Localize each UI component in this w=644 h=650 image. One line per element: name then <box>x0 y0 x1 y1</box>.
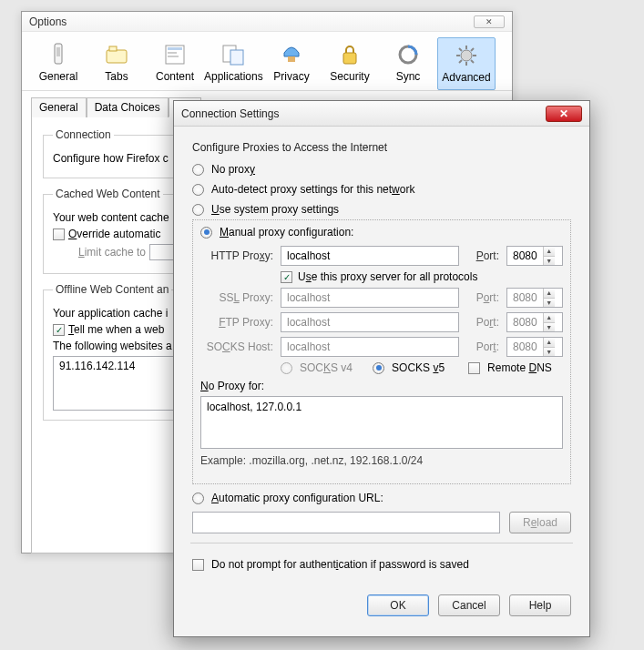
remote-dns-label: Remote DNS <box>487 361 552 374</box>
general-icon <box>29 41 87 68</box>
svg-rect-11 <box>343 53 356 64</box>
use-all-protocols-label: Use this proxy server for all protocols <box>298 270 477 283</box>
http-proxy-input[interactable]: localhost <box>281 246 459 266</box>
radio-socks5[interactable] <box>373 362 384 374</box>
svg-rect-1 <box>56 47 60 56</box>
spin-down-icon[interactable]: ▼ <box>544 257 555 266</box>
privacy-icon <box>262 41 321 68</box>
manual-proxy-block: Manual proxy configuration: HTTP Proxy: … <box>192 219 571 484</box>
svg-line-19 <box>471 60 474 63</box>
ftp-proxy-input: localhost <box>281 312 459 332</box>
content-icon <box>146 41 204 68</box>
auto-url-input[interactable] <box>192 512 500 533</box>
radio-use-system[interactable] <box>192 204 204 216</box>
svg-line-18 <box>459 48 462 51</box>
socks-host-input: localhost <box>281 337 459 357</box>
toolbar-content[interactable]: Content <box>146 37 204 90</box>
connection-settings-dialog: Connection Settings ✕ Configure Proxies … <box>173 100 590 637</box>
applications-icon <box>204 41 262 68</box>
svg-line-20 <box>459 60 462 63</box>
socks4-label: SOCKS v4 <box>300 361 353 374</box>
security-icon <box>321 41 379 68</box>
tell-me-checkbox[interactable] <box>53 324 65 336</box>
noproxy-input[interactable]: localhost, 127.0.0.1 <box>200 396 563 449</box>
options-title: Options <box>29 15 66 28</box>
options-toolbar: General Tabs Content Applications Privac… <box>22 32 512 91</box>
radio-no-proxy-label: No proxy <box>211 163 255 176</box>
offline-site-item[interactable]: 91.116.142.114 <box>59 360 135 372</box>
socks-host-label: SOCKS Host: <box>200 340 273 353</box>
use-all-protocols-checkbox[interactable] <box>281 271 292 283</box>
override-cache-label: OOverride automaticverride automatic <box>68 228 160 240</box>
toolbar-general[interactable]: General <box>29 37 87 90</box>
radio-auto-detect-label: Auto-detect proxy settings for this netw… <box>211 183 414 196</box>
noproxy-for-label: No Proxy for: <box>200 380 563 392</box>
dialog-buttons: OK Cancel Help <box>174 582 589 629</box>
cached-legend: Cached Web Content <box>53 188 163 200</box>
spin-up-icon[interactable]: ▲ <box>544 247 555 257</box>
radio-no-proxy[interactable] <box>192 164 204 176</box>
svg-rect-10 <box>288 56 295 62</box>
ssl-proxy-label: SSL Proxy: <box>200 291 273 304</box>
svg-line-21 <box>471 48 474 51</box>
toolbar-applications[interactable]: Applications <box>204 37 262 90</box>
toolbar-advanced[interactable]: Advanced <box>437 37 496 90</box>
toolbar-tabs[interactable]: Tabs <box>87 37 146 90</box>
toolbar-sync[interactable]: Sync <box>379 37 437 90</box>
radio-socks4 <box>281 362 292 374</box>
offline-legend: Offline Web Content an <box>53 283 171 296</box>
http-port-label: Port: <box>466 249 499 262</box>
tabs-icon <box>87 41 146 68</box>
ssl-port-label: Port: <box>466 291 499 304</box>
svg-rect-5 <box>168 47 182 50</box>
no-prompt-auth-checkbox[interactable] <box>192 559 204 571</box>
radio-manual[interactable] <box>200 227 212 239</box>
options-close-button[interactable]: ✕ <box>474 15 505 28</box>
sync-icon <box>379 41 437 68</box>
remote-dns-checkbox[interactable] <box>468 362 480 374</box>
svg-rect-9 <box>230 50 243 65</box>
toolbar-security[interactable]: Security <box>321 37 379 90</box>
ftp-port-input: 8080 ▲▼ <box>506 312 563 332</box>
subtab-data-choices[interactable]: Data Choices <box>87 97 169 117</box>
conn-title: Connection Settings <box>181 107 279 120</box>
conn-content: Configure Proxies to Access the Internet… <box>174 127 589 582</box>
svg-rect-7 <box>168 56 179 57</box>
advanced-icon <box>438 42 495 69</box>
no-prompt-auth-label: Do not prompt for authentication if pass… <box>211 558 469 571</box>
radio-auto-detect[interactable] <box>192 184 204 196</box>
radio-use-system-label: Use system proxy settings <box>211 203 339 216</box>
connection-legend: Connection <box>53 128 114 141</box>
conn-group-title: Configure Proxies to Access the Internet <box>192 141 571 154</box>
svg-rect-6 <box>168 52 177 54</box>
override-cache-checkbox[interactable] <box>53 229 65 240</box>
reload-button[interactable]: Reload <box>509 512 571 533</box>
toolbar-privacy[interactable]: Privacy <box>262 37 321 90</box>
ssl-proxy-input: localhost <box>281 288 459 308</box>
ftp-proxy-label: FTP Proxy: <box>200 316 273 329</box>
subtab-general[interactable]: General <box>31 97 87 117</box>
limit-cache-label: Limit cache to <box>78 246 146 259</box>
socks5-label: SOCKS v5 <box>392 361 445 374</box>
ssl-port-input: 8080 ▲▼ <box>506 288 563 308</box>
ftp-port-label: Port: <box>466 316 499 329</box>
http-proxy-label: HTTP Proxy: <box>200 249 273 262</box>
svg-point-13 <box>461 50 472 61</box>
radio-auto-url[interactable] <box>192 493 204 504</box>
conn-close-button[interactable]: ✕ <box>546 106 582 122</box>
help-button[interactable]: Help <box>509 594 571 616</box>
cancel-button[interactable]: Cancel <box>438 594 500 616</box>
radio-auto-url-label: Automatic proxy configuration URL: <box>211 492 383 504</box>
options-titlebar[interactable]: Options ✕ <box>22 12 512 32</box>
radio-manual-label: Manual proxy configuration: <box>220 226 353 239</box>
svg-rect-3 <box>109 46 117 51</box>
ok-button[interactable]: OK <box>367 594 429 616</box>
conn-titlebar[interactable]: Connection Settings ✕ <box>174 101 589 127</box>
socks-port-label: Port: <box>466 340 499 353</box>
tell-me-label: Tell me when a web <box>68 323 164 336</box>
socks-port-input: 8080 ▲▼ <box>506 337 563 357</box>
noproxy-example: Example: .mozilla.org, .net.nz, 192.168.… <box>200 454 563 467</box>
svg-rect-2 <box>107 50 127 63</box>
http-port-input[interactable]: 8080 ▲▼ <box>506 246 563 266</box>
